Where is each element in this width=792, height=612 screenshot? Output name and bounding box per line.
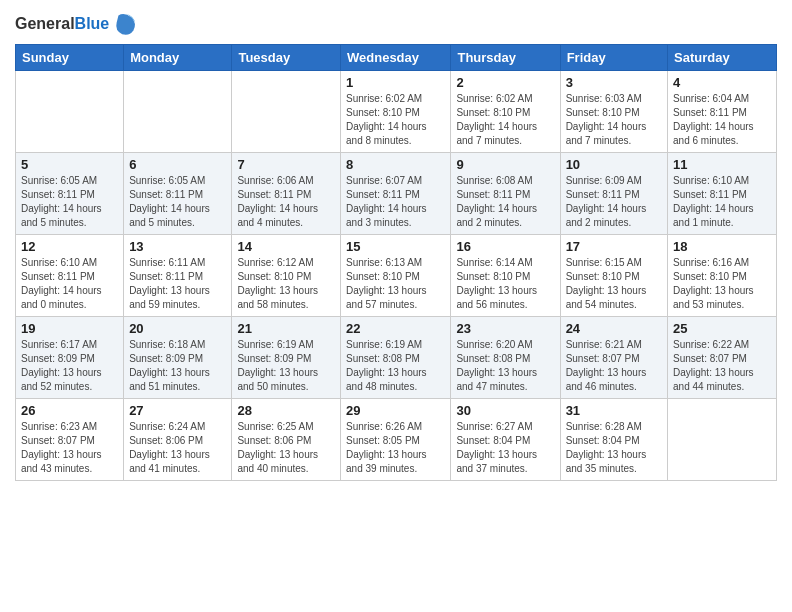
day-number: 17 — [566, 239, 662, 254]
day-info: Sunrise: 6:11 AMSunset: 8:11 PMDaylight:… — [129, 256, 226, 312]
calendar-cell: 14Sunrise: 6:12 AMSunset: 8:10 PMDayligh… — [232, 235, 341, 317]
day-number: 18 — [673, 239, 771, 254]
day-number: 16 — [456, 239, 554, 254]
weekday-header-wednesday: Wednesday — [341, 45, 451, 71]
day-info: Sunrise: 6:15 AMSunset: 8:10 PMDaylight:… — [566, 256, 662, 312]
day-info: Sunrise: 6:17 AMSunset: 8:09 PMDaylight:… — [21, 338, 118, 394]
day-info: Sunrise: 6:09 AMSunset: 8:11 PMDaylight:… — [566, 174, 662, 230]
calendar-cell — [124, 71, 232, 153]
calendar-cell: 6Sunrise: 6:05 AMSunset: 8:11 PMDaylight… — [124, 153, 232, 235]
weekday-header-thursday: Thursday — [451, 45, 560, 71]
day-number: 5 — [21, 157, 118, 172]
day-info: Sunrise: 6:24 AMSunset: 8:06 PMDaylight:… — [129, 420, 226, 476]
day-info: Sunrise: 6:05 AMSunset: 8:11 PMDaylight:… — [21, 174, 118, 230]
weekday-header-row: SundayMondayTuesdayWednesdayThursdayFrid… — [16, 45, 777, 71]
calendar-cell: 17Sunrise: 6:15 AMSunset: 8:10 PMDayligh… — [560, 235, 667, 317]
day-info: Sunrise: 6:19 AMSunset: 8:09 PMDaylight:… — [237, 338, 335, 394]
calendar-cell: 8Sunrise: 6:07 AMSunset: 8:11 PMDaylight… — [341, 153, 451, 235]
day-info: Sunrise: 6:26 AMSunset: 8:05 PMDaylight:… — [346, 420, 445, 476]
day-number: 27 — [129, 403, 226, 418]
calendar-week-row: 19Sunrise: 6:17 AMSunset: 8:09 PMDayligh… — [16, 317, 777, 399]
day-number: 12 — [21, 239, 118, 254]
day-info: Sunrise: 6:03 AMSunset: 8:10 PMDaylight:… — [566, 92, 662, 148]
day-info: Sunrise: 6:10 AMSunset: 8:11 PMDaylight:… — [673, 174, 771, 230]
day-number: 6 — [129, 157, 226, 172]
calendar-cell: 30Sunrise: 6:27 AMSunset: 8:04 PMDayligh… — [451, 399, 560, 481]
day-number: 2 — [456, 75, 554, 90]
calendar-cell: 2Sunrise: 6:02 AMSunset: 8:10 PMDaylight… — [451, 71, 560, 153]
calendar-cell: 3Sunrise: 6:03 AMSunset: 8:10 PMDaylight… — [560, 71, 667, 153]
day-number: 9 — [456, 157, 554, 172]
day-info: Sunrise: 6:12 AMSunset: 8:10 PMDaylight:… — [237, 256, 335, 312]
calendar-week-row: 5Sunrise: 6:05 AMSunset: 8:11 PMDaylight… — [16, 153, 777, 235]
calendar-cell: 27Sunrise: 6:24 AMSunset: 8:06 PMDayligh… — [124, 399, 232, 481]
calendar-cell: 15Sunrise: 6:13 AMSunset: 8:10 PMDayligh… — [341, 235, 451, 317]
calendar-cell: 1Sunrise: 6:02 AMSunset: 8:10 PMDaylight… — [341, 71, 451, 153]
day-info: Sunrise: 6:14 AMSunset: 8:10 PMDaylight:… — [456, 256, 554, 312]
day-info: Sunrise: 6:02 AMSunset: 8:10 PMDaylight:… — [456, 92, 554, 148]
day-number: 23 — [456, 321, 554, 336]
logo-general: General — [15, 15, 75, 32]
day-info: Sunrise: 6:16 AMSunset: 8:10 PMDaylight:… — [673, 256, 771, 312]
day-number: 1 — [346, 75, 445, 90]
calendar-table: SundayMondayTuesdayWednesdayThursdayFrid… — [15, 44, 777, 481]
day-info: Sunrise: 6:05 AMSunset: 8:11 PMDaylight:… — [129, 174, 226, 230]
day-info: Sunrise: 6:23 AMSunset: 8:07 PMDaylight:… — [21, 420, 118, 476]
calendar-cell: 31Sunrise: 6:28 AMSunset: 8:04 PMDayligh… — [560, 399, 667, 481]
day-number: 19 — [21, 321, 118, 336]
day-number: 13 — [129, 239, 226, 254]
logo: GeneralBlue — [15, 10, 139, 38]
day-number: 22 — [346, 321, 445, 336]
weekday-header-tuesday: Tuesday — [232, 45, 341, 71]
calendar-cell: 12Sunrise: 6:10 AMSunset: 8:11 PMDayligh… — [16, 235, 124, 317]
calendar-cell: 29Sunrise: 6:26 AMSunset: 8:05 PMDayligh… — [341, 399, 451, 481]
day-number: 26 — [21, 403, 118, 418]
day-number: 8 — [346, 157, 445, 172]
day-info: Sunrise: 6:06 AMSunset: 8:11 PMDaylight:… — [237, 174, 335, 230]
day-number: 4 — [673, 75, 771, 90]
calendar-cell — [668, 399, 777, 481]
day-number: 25 — [673, 321, 771, 336]
day-number: 21 — [237, 321, 335, 336]
day-info: Sunrise: 6:27 AMSunset: 8:04 PMDaylight:… — [456, 420, 554, 476]
calendar-cell: 16Sunrise: 6:14 AMSunset: 8:10 PMDayligh… — [451, 235, 560, 317]
calendar-week-row: 1Sunrise: 6:02 AMSunset: 8:10 PMDaylight… — [16, 71, 777, 153]
weekday-header-saturday: Saturday — [668, 45, 777, 71]
weekday-header-monday: Monday — [124, 45, 232, 71]
calendar-cell: 19Sunrise: 6:17 AMSunset: 8:09 PMDayligh… — [16, 317, 124, 399]
day-number: 7 — [237, 157, 335, 172]
calendar-week-row: 26Sunrise: 6:23 AMSunset: 8:07 PMDayligh… — [16, 399, 777, 481]
day-number: 20 — [129, 321, 226, 336]
calendar-cell: 24Sunrise: 6:21 AMSunset: 8:07 PMDayligh… — [560, 317, 667, 399]
calendar-cell: 18Sunrise: 6:16 AMSunset: 8:10 PMDayligh… — [668, 235, 777, 317]
day-number: 10 — [566, 157, 662, 172]
weekday-header-sunday: Sunday — [16, 45, 124, 71]
day-info: Sunrise: 6:07 AMSunset: 8:11 PMDaylight:… — [346, 174, 445, 230]
calendar-cell: 7Sunrise: 6:06 AMSunset: 8:11 PMDaylight… — [232, 153, 341, 235]
day-info: Sunrise: 6:19 AMSunset: 8:08 PMDaylight:… — [346, 338, 445, 394]
calendar-cell: 13Sunrise: 6:11 AMSunset: 8:11 PMDayligh… — [124, 235, 232, 317]
calendar-cell: 26Sunrise: 6:23 AMSunset: 8:07 PMDayligh… — [16, 399, 124, 481]
day-number: 3 — [566, 75, 662, 90]
day-info: Sunrise: 6:18 AMSunset: 8:09 PMDaylight:… — [129, 338, 226, 394]
calendar-cell: 22Sunrise: 6:19 AMSunset: 8:08 PMDayligh… — [341, 317, 451, 399]
calendar-cell: 21Sunrise: 6:19 AMSunset: 8:09 PMDayligh… — [232, 317, 341, 399]
day-number: 31 — [566, 403, 662, 418]
logo-text: GeneralBlue — [15, 15, 109, 33]
day-info: Sunrise: 6:02 AMSunset: 8:10 PMDaylight:… — [346, 92, 445, 148]
day-info: Sunrise: 6:25 AMSunset: 8:06 PMDaylight:… — [237, 420, 335, 476]
calendar-cell: 20Sunrise: 6:18 AMSunset: 8:09 PMDayligh… — [124, 317, 232, 399]
day-number: 24 — [566, 321, 662, 336]
calendar-cell: 10Sunrise: 6:09 AMSunset: 8:11 PMDayligh… — [560, 153, 667, 235]
logo-blue-text: Blue — [75, 15, 110, 32]
weekday-header-friday: Friday — [560, 45, 667, 71]
day-info: Sunrise: 6:22 AMSunset: 8:07 PMDaylight:… — [673, 338, 771, 394]
calendar-cell: 5Sunrise: 6:05 AMSunset: 8:11 PMDaylight… — [16, 153, 124, 235]
day-info: Sunrise: 6:04 AMSunset: 8:11 PMDaylight:… — [673, 92, 771, 148]
day-info: Sunrise: 6:20 AMSunset: 8:08 PMDaylight:… — [456, 338, 554, 394]
day-number: 15 — [346, 239, 445, 254]
day-number: 28 — [237, 403, 335, 418]
calendar-cell: 23Sunrise: 6:20 AMSunset: 8:08 PMDayligh… — [451, 317, 560, 399]
calendar-cell — [16, 71, 124, 153]
calendar-cell: 9Sunrise: 6:08 AMSunset: 8:11 PMDaylight… — [451, 153, 560, 235]
